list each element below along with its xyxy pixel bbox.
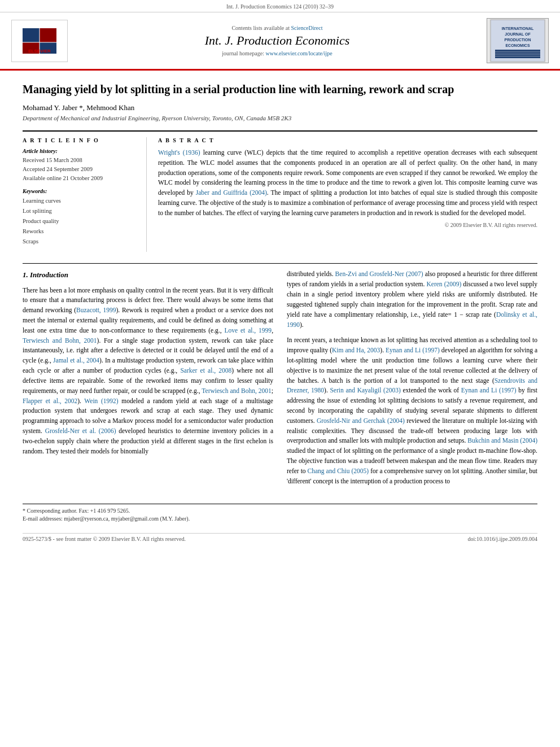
contents-line: Contents lists available at ScienceDirec… (68, 25, 487, 31)
sarker-ref[interactable]: Sarker et al., 2008 (180, 367, 231, 374)
grosfeld-ref[interactable]: Grosfeld-Ner et al. (2006) (45, 427, 116, 434)
footer-doi: doi:10.1016/j.ijpe.2009.09.004 (467, 536, 537, 542)
journal-homepage: journal homepage: www.elsevier.com/locat… (68, 50, 487, 56)
footer-area: * Corresponding author. Fax: +1 416 979 … (23, 504, 537, 522)
online-date: Available online 21 October 2009 (23, 174, 138, 183)
wright-ref[interactable]: Wright's (1936) (158, 149, 200, 156)
footer-copyright: 0925-5273/$ - see front matter © 2009 El… (23, 536, 186, 542)
bukchin-ref[interactable]: Bukchin and Masin (2004) (467, 437, 537, 444)
abstract-body: Wright's (1936) learning curve (WLC) dep… (158, 148, 537, 219)
keyword-4: Reworks (23, 226, 138, 237)
article-info-abstract: A R T I C L E I N F O Article history: R… (23, 130, 537, 252)
abstract-column: A B S T R A C T Wright's (1936) learning… (158, 137, 537, 252)
svg-text:JOURNAL OF: JOURNAL OF (505, 32, 531, 36)
svg-rect-14 (495, 50, 540, 58)
main-content: Managing yield by lot splitting in a ser… (0, 71, 560, 553)
keyword-3: Product quality (23, 216, 138, 226)
article-info-heading: A R T I C L E I N F O (23, 137, 138, 143)
keyword-1: Learning curves (23, 196, 138, 206)
received-date: Received 15 March 2008 (23, 156, 138, 165)
wein-ref[interactable]: Wein (1992) (84, 397, 118, 404)
intro-para-2: distributed yields. Ben-Zvi and Grosfeld… (287, 269, 537, 330)
accepted-date: Accepted 24 September 2009 (23, 165, 138, 174)
intro-para-1: There has been a lot more emphasis on qu… (23, 286, 273, 457)
history-label: Article history: (23, 148, 138, 154)
dolinsky-ref[interactable]: Dolinsky et al., 1990 (287, 311, 537, 328)
jaber-ref[interactable]: Jaber and Guiffrida (2004) (196, 189, 267, 196)
keyword-5: Scraps (23, 237, 138, 247)
abstract-copyright: © 2009 Elsevier B.V. All rights reserved… (158, 222, 537, 228)
grosfeld-nir-ref[interactable]: Grosfeld-Nir and Gerchak (2004) (317, 417, 405, 424)
keren-ref[interactable]: Keren (2009) (426, 281, 461, 287)
eynan2-ref[interactable]: Eynan and Li (1997) (461, 387, 517, 394)
footer-bottom: 0925-5273/$ - see front matter © 2009 El… (23, 533, 537, 542)
body-left-column: 1. Introduction There has been a lot mor… (23, 269, 273, 492)
svg-text:ELSEVIER: ELSEVIER (28, 49, 51, 54)
terwiesch2-ref[interactable]: Terwiesch and Bohn, 2001 (202, 387, 271, 394)
article-keywords: Keywords: Learning curves Lot splitting … (23, 188, 138, 246)
intro-para-3: In recent years, a technique known as lo… (287, 335, 537, 486)
svg-rect-2 (40, 28, 56, 42)
authors-text: Mohamad Y. Jaber *, Mehmood Khan (23, 103, 134, 112)
svg-text:INTERNATIONAL: INTERNATIONAL (502, 27, 534, 30)
sciencedirect-link[interactable]: ScienceDirect (291, 25, 322, 31)
benzvi-ref[interactable]: Ben-Zvi and Grosfeld-Ner (2007) (335, 270, 423, 277)
abstract-heading: A B S T R A C T (158, 137, 537, 143)
serin-ref[interactable]: Serin and Kayaligil (2003) (330, 387, 400, 394)
flapper-ref[interactable]: Flapper et al., 2002 (23, 397, 77, 404)
journal-cover-image: INTERNATIONAL JOURNAL OF PRODUCTION ECON… (487, 18, 549, 63)
article-title: Managing yield by lot splitting in a ser… (23, 82, 537, 97)
corresponding-author-note: * Corresponding author. Fax: +1 416 979 … (23, 508, 537, 514)
keywords-list: Learning curves Lot splitting Product qu… (23, 196, 138, 246)
svg-text:ECONOMICS: ECONOMICS (505, 43, 530, 47)
keywords-label: Keywords: (23, 188, 138, 194)
elsevier-logo: ELSEVIER (11, 20, 68, 62)
svg-text:PRODUCTION: PRODUCTION (504, 38, 531, 42)
authors: Mohamad Y. Jaber *, Mehmood Khan (23, 103, 537, 112)
journal-center-info: Contents lists available at ScienceDirec… (68, 25, 487, 56)
email-note: E-mail addresses: mjaber@ryerson.ca, myj… (23, 516, 537, 522)
article-history: Article history: Received 15 March 2008 … (23, 148, 138, 182)
citation-bar: Int. J. Production Economics 124 (2010) … (0, 0, 560, 12)
intro-title: 1. Introduction (23, 269, 273, 281)
jamal-ref[interactable]: Jamal et al., 2004 (53, 357, 99, 364)
journal-title: Int. J. Production Economics (68, 33, 487, 48)
chang-ref[interactable]: Chang and Chiu (2005) (308, 468, 369, 474)
article-info-column: A R T I C L E I N F O Article history: R… (23, 137, 147, 252)
terwiesch-ref[interactable]: Terwiesch and Bohn, 2001 (23, 337, 97, 344)
body-right-column: distributed yields. Ben-Zvi and Grosfeld… (287, 269, 537, 492)
citation-text: Int. J. Production Economics 124 (2010) … (226, 3, 334, 10)
love-ref[interactable]: Love et al., 1999 (224, 327, 272, 334)
kim-ref[interactable]: Kim and Ha, 2003 (332, 347, 380, 353)
buzacott-ref[interactable]: Buzacott, 1999 (76, 307, 116, 313)
affiliation: Department of Mechanical and Industrial … (23, 115, 537, 121)
svg-rect-1 (23, 28, 40, 42)
body-section: 1. Introduction There has been a lot mor… (23, 269, 537, 492)
homepage-link[interactable]: www.elsevier.com/locate/ijpe (266, 50, 333, 56)
keyword-2: Lot splitting (23, 206, 138, 216)
eynan-ref[interactable]: Eynan and Li (1997) (386, 347, 440, 353)
body-divider (23, 263, 537, 264)
journal-header: ELSEVIER Contents lists available at Sci… (0, 12, 560, 71)
